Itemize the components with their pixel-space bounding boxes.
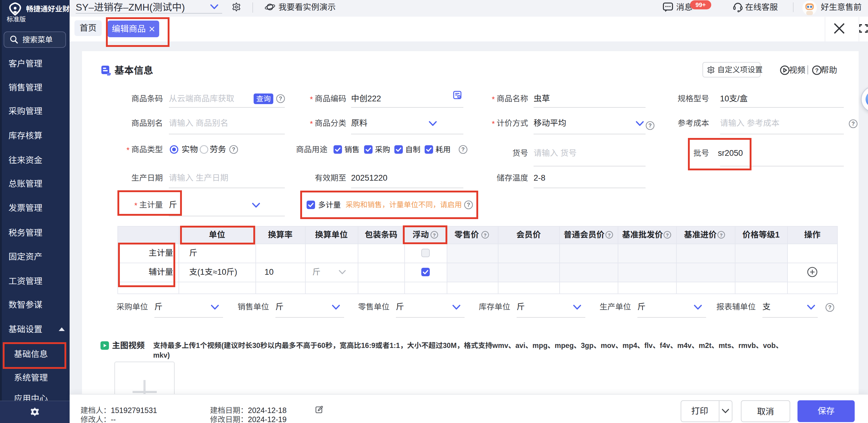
svg-text:?: ? — [851, 121, 855, 127]
svg-text:?: ? — [666, 232, 669, 237]
svg-text:?: ? — [484, 232, 486, 237]
svg-text:?: ? — [608, 232, 611, 237]
svg-text:?: ? — [232, 147, 236, 153]
svg-text:?: ? — [720, 232, 722, 237]
svg-text:?: ? — [462, 147, 465, 153]
svg-text:?: ? — [815, 67, 819, 73]
svg-text:?: ? — [828, 304, 832, 311]
svg-text:?: ? — [279, 96, 282, 102]
svg-text:?: ? — [649, 123, 652, 129]
